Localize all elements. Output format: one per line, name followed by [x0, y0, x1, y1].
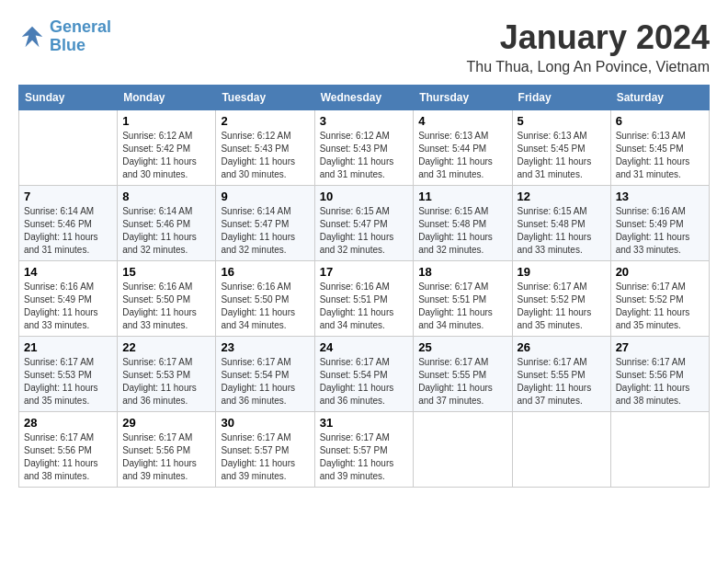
day-cell: 14Sunrise: 6:16 AM Sunset: 5:49 PM Dayli… [19, 261, 118, 337]
day-number: 13 [616, 190, 704, 203]
page-header: General Blue January 2024 Thu Thua, Long… [18, 18, 710, 75]
day-cell: 9Sunrise: 6:14 AM Sunset: 5:47 PM Daylig… [216, 186, 314, 261]
day-cell: 22Sunrise: 6:17 AM Sunset: 5:53 PM Dayli… [118, 337, 216, 412]
day-cell: 1Sunrise: 6:12 AM Sunset: 5:42 PM Daylig… [118, 110, 216, 186]
day-number: 14 [24, 265, 112, 279]
day-info: Sunrise: 6:17 AM Sunset: 5:57 PM Dayligh… [320, 431, 409, 483]
day-number: 15 [122, 265, 210, 279]
day-cell: 13Sunrise: 6:16 AM Sunset: 5:49 PM Dayli… [610, 186, 709, 261]
day-info: Sunrise: 6:14 AM Sunset: 5:47 PM Dayligh… [221, 205, 309, 257]
day-number: 27 [616, 340, 704, 354]
day-number: 6 [616, 114, 704, 128]
day-cell: 27Sunrise: 6:17 AM Sunset: 5:56 PM Dayli… [610, 337, 709, 412]
day-cell: 25Sunrise: 6:17 AM Sunset: 5:55 PM Dayli… [414, 337, 512, 412]
day-cell [512, 412, 610, 488]
day-number: 7 [24, 190, 112, 203]
day-info: Sunrise: 6:17 AM Sunset: 5:55 PM Dayligh… [518, 356, 606, 408]
day-cell: 3Sunrise: 6:12 AM Sunset: 5:43 PM Daylig… [314, 110, 414, 186]
day-info: Sunrise: 6:17 AM Sunset: 5:56 PM Dayligh… [122, 431, 210, 483]
day-cell: 6Sunrise: 6:13 AM Sunset: 5:45 PM Daylig… [610, 110, 709, 186]
day-number: 9 [221, 190, 309, 203]
day-number: 8 [122, 190, 210, 203]
day-number: 5 [518, 114, 606, 128]
day-cell: 23Sunrise: 6:17 AM Sunset: 5:54 PM Dayli… [216, 337, 314, 412]
day-cell: 21Sunrise: 6:17 AM Sunset: 5:53 PM Dayli… [19, 337, 118, 412]
day-info: Sunrise: 6:14 AM Sunset: 5:46 PM Dayligh… [24, 205, 112, 257]
day-info: Sunrise: 6:13 AM Sunset: 5:45 PM Dayligh… [616, 130, 704, 181]
day-cell: 29Sunrise: 6:17 AM Sunset: 5:56 PM Dayli… [118, 412, 216, 488]
week-row-5: 28Sunrise: 6:17 AM Sunset: 5:56 PM Dayli… [19, 412, 710, 488]
day-cell: 4Sunrise: 6:13 AM Sunset: 5:44 PM Daylig… [414, 110, 512, 186]
day-number: 25 [418, 340, 506, 354]
day-cell: 12Sunrise: 6:15 AM Sunset: 5:48 PM Dayli… [512, 186, 610, 261]
day-info: Sunrise: 6:17 AM Sunset: 5:56 PM Dayligh… [616, 356, 704, 408]
logo-line1: General [50, 17, 111, 36]
day-info: Sunrise: 6:17 AM Sunset: 5:52 PM Dayligh… [518, 281, 606, 332]
day-info: Sunrise: 6:12 AM Sunset: 5:43 PM Dayligh… [320, 130, 409, 181]
header-cell-friday: Friday [512, 86, 610, 110]
calendar-title: January 2024 [467, 18, 710, 57]
day-cell [610, 412, 709, 488]
day-info: Sunrise: 6:16 AM Sunset: 5:50 PM Dayligh… [122, 281, 210, 332]
svg-marker-0 [22, 27, 43, 48]
week-row-3: 14Sunrise: 6:16 AM Sunset: 5:49 PM Dayli… [19, 261, 710, 337]
day-number: 2 [221, 114, 309, 128]
header-cell-sunday: Sunday [19, 86, 118, 110]
day-number: 28 [24, 416, 112, 430]
day-number: 18 [418, 265, 506, 279]
day-info: Sunrise: 6:17 AM Sunset: 5:53 PM Dayligh… [122, 356, 210, 408]
day-number: 16 [221, 265, 309, 279]
day-cell [414, 412, 512, 488]
calendar-subtitle: Thu Thua, Long An Povince, Vietnam [467, 59, 710, 75]
day-info: Sunrise: 6:16 AM Sunset: 5:49 PM Dayligh… [616, 205, 704, 257]
day-cell: 7Sunrise: 6:14 AM Sunset: 5:46 PM Daylig… [19, 186, 118, 261]
day-number: 21 [24, 340, 112, 354]
day-info: Sunrise: 6:16 AM Sunset: 5:49 PM Dayligh… [24, 281, 112, 332]
day-info: Sunrise: 6:16 AM Sunset: 5:51 PM Dayligh… [320, 281, 409, 332]
header-cell-monday: Monday [118, 86, 216, 110]
day-info: Sunrise: 6:13 AM Sunset: 5:44 PM Dayligh… [418, 130, 506, 181]
day-number: 12 [518, 190, 606, 203]
day-cell: 15Sunrise: 6:16 AM Sunset: 5:50 PM Dayli… [118, 261, 216, 337]
day-info: Sunrise: 6:12 AM Sunset: 5:43 PM Dayligh… [221, 130, 309, 181]
day-cell: 17Sunrise: 6:16 AM Sunset: 5:51 PM Dayli… [314, 261, 414, 337]
day-cell: 30Sunrise: 6:17 AM Sunset: 5:57 PM Dayli… [216, 412, 314, 488]
day-info: Sunrise: 6:17 AM Sunset: 5:54 PM Dayligh… [320, 356, 409, 408]
day-info: Sunrise: 6:15 AM Sunset: 5:47 PM Dayligh… [320, 205, 409, 257]
logo-line2: Blue [50, 37, 111, 55]
day-info: Sunrise: 6:12 AM Sunset: 5:42 PM Dayligh… [122, 130, 210, 181]
day-info: Sunrise: 6:16 AM Sunset: 5:50 PM Dayligh… [221, 281, 309, 332]
day-number: 4 [418, 114, 506, 128]
day-info: Sunrise: 6:17 AM Sunset: 5:51 PM Dayligh… [418, 281, 506, 332]
day-number: 11 [418, 190, 506, 203]
day-cell: 10Sunrise: 6:15 AM Sunset: 5:47 PM Dayli… [314, 186, 414, 261]
day-number: 20 [616, 265, 704, 279]
day-number: 1 [122, 114, 210, 128]
day-number: 29 [122, 416, 210, 430]
week-row-4: 21Sunrise: 6:17 AM Sunset: 5:53 PM Dayli… [19, 337, 710, 412]
day-cell: 20Sunrise: 6:17 AM Sunset: 5:52 PM Dayli… [610, 261, 709, 337]
day-info: Sunrise: 6:17 AM Sunset: 5:56 PM Dayligh… [24, 431, 112, 483]
day-cell: 8Sunrise: 6:14 AM Sunset: 5:46 PM Daylig… [118, 186, 216, 261]
day-cell: 26Sunrise: 6:17 AM Sunset: 5:55 PM Dayli… [512, 337, 610, 412]
week-row-2: 7Sunrise: 6:14 AM Sunset: 5:46 PM Daylig… [19, 186, 710, 261]
logo-icon [18, 23, 46, 51]
day-info: Sunrise: 6:15 AM Sunset: 5:48 PM Dayligh… [518, 205, 606, 257]
day-cell: 5Sunrise: 6:13 AM Sunset: 5:45 PM Daylig… [512, 110, 610, 186]
day-number: 31 [320, 416, 409, 430]
day-cell: 16Sunrise: 6:16 AM Sunset: 5:50 PM Dayli… [216, 261, 314, 337]
day-cell: 24Sunrise: 6:17 AM Sunset: 5:54 PM Dayli… [314, 337, 414, 412]
day-info: Sunrise: 6:17 AM Sunset: 5:55 PM Dayligh… [418, 356, 506, 408]
day-info: Sunrise: 6:15 AM Sunset: 5:48 PM Dayligh… [418, 205, 506, 257]
day-info: Sunrise: 6:13 AM Sunset: 5:45 PM Dayligh… [518, 130, 606, 181]
day-number: 24 [320, 340, 409, 354]
day-number: 30 [221, 416, 309, 430]
day-info: Sunrise: 6:14 AM Sunset: 5:46 PM Dayligh… [122, 205, 210, 257]
logo: General Blue [18, 18, 111, 55]
day-cell [19, 110, 118, 186]
day-cell: 28Sunrise: 6:17 AM Sunset: 5:56 PM Dayli… [19, 412, 118, 488]
header-row: SundayMondayTuesdayWednesdayThursdayFrid… [19, 86, 710, 110]
day-number: 3 [320, 114, 409, 128]
week-row-1: 1Sunrise: 6:12 AM Sunset: 5:42 PM Daylig… [19, 110, 710, 186]
title-area: January 2024 Thu Thua, Long An Povince, … [467, 18, 710, 75]
